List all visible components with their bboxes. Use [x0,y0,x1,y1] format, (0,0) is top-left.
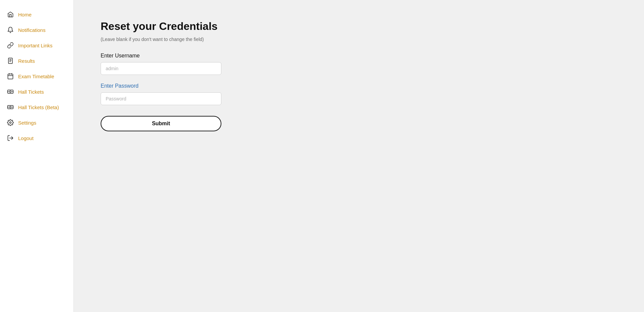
sidebar-item-results[interactable]: Results [0,53,73,69]
link-icon [7,42,14,49]
password-input[interactable] [101,92,221,105]
sidebar-label-exam-timetable: Exam Timetable [18,74,54,79]
sidebar-item-home[interactable]: Home [0,7,73,22]
sidebar-label-hall-tickets-beta: Hall Tickets (Beta) [18,104,59,110]
gear-icon [7,119,14,126]
svg-point-5 [10,106,11,108]
svg-point-6 [10,122,11,124]
sidebar-item-exam-timetable[interactable]: Exam Timetable [0,69,73,84]
calendar-icon [7,73,14,80]
sidebar-label-results: Results [18,58,35,64]
svg-rect-0 [8,58,12,64]
home-icon [7,11,14,18]
bell-icon [7,26,14,34]
sidebar-item-settings[interactable]: Settings [0,115,73,130]
page-title: Reset your Credentials [101,20,617,33]
username-input[interactable] [101,62,221,75]
sidebar-item-hall-tickets[interactable]: Hall Tickets [0,84,73,99]
svg-point-3 [10,91,11,93]
ticket-beta-icon [7,103,14,111]
svg-rect-1 [8,74,13,79]
sidebar-label-settings: Settings [18,120,36,126]
sidebar-item-notifications[interactable]: Notifications [0,22,73,38]
sidebar-item-important-links[interactable]: Important Links [0,38,73,53]
sidebar: Home Notifications Important Links Resul… [0,0,74,312]
page-subtitle: (Leave blank if you don't want to change… [101,37,617,42]
sidebar-label-important-links: Important Links [18,43,53,48]
username-label: Enter Username [101,53,617,59]
sidebar-label-notifications: Notifications [18,27,46,33]
password-label: Enter Password [101,83,617,89]
logout-icon [7,134,14,142]
sidebar-label-home: Home [18,12,32,17]
ticket-icon [7,88,14,95]
password-form-group: Enter Password [101,83,617,105]
sidebar-label-logout: Logout [18,135,34,141]
sidebar-item-hall-tickets-beta[interactable]: Hall Tickets (Beta) [0,99,73,115]
main-content: Reset your Credentials (Leave blank if y… [74,0,644,312]
sidebar-label-hall-tickets: Hall Tickets [18,89,44,95]
submit-button[interactable]: Submit [101,116,221,131]
username-form-group: Enter Username [101,53,617,75]
clipboard-icon [7,57,14,64]
sidebar-item-logout[interactable]: Logout [0,130,73,146]
